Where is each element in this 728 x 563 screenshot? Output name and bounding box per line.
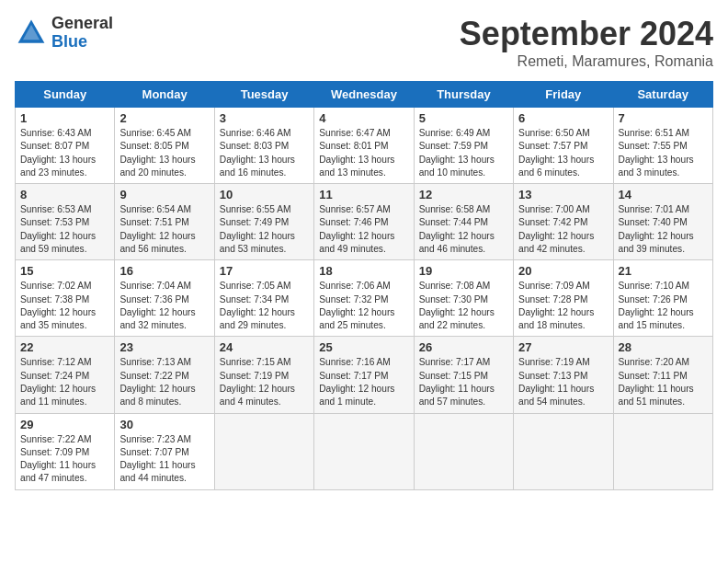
day-info: Sunrise: 7:00 AM Sunset: 7:42 PM Dayligh…	[518, 203, 608, 256]
logo-general-label: General	[51, 15, 113, 33]
day-number: 28	[619, 340, 708, 354]
calendar-cell: 17Sunrise: 7:05 AM Sunset: 7:34 PM Dayli…	[214, 260, 313, 337]
logo-text: General Blue	[51, 15, 113, 52]
title-block: September 2024 Remeti, Maramures, Romani…	[460, 15, 713, 70]
calendar-cell: 20Sunrise: 7:09 AM Sunset: 7:28 PM Dayli…	[514, 260, 613, 337]
day-number: 3	[220, 111, 309, 125]
day-number: 22	[20, 340, 109, 354]
day-number: 16	[119, 264, 209, 278]
calendar-cell: 10Sunrise: 6:55 AM Sunset: 7:49 PM Dayli…	[214, 184, 313, 260]
day-info: Sunrise: 7:05 AM Sunset: 7:34 PM Dayligh…	[220, 280, 309, 332]
day-info: Sunrise: 7:23 AM Sunset: 7:07 PM Dayligh…	[119, 433, 209, 486]
day-info: Sunrise: 6:58 AM Sunset: 7:44 PM Dayligh…	[419, 203, 508, 256]
calendar-cell: 16Sunrise: 7:04 AM Sunset: 7:36 PM Dayli…	[115, 260, 214, 337]
header-saturday: Saturday	[613, 82, 712, 108]
day-info: Sunrise: 6:45 AM Sunset: 8:05 PM Dayligh…	[119, 127, 209, 179]
day-number: 11	[319, 188, 408, 201]
calendar-cell: 5Sunrise: 6:49 AM Sunset: 7:59 PM Daylig…	[414, 108, 513, 184]
day-number: 27	[518, 340, 608, 354]
day-info: Sunrise: 7:16 AM Sunset: 7:17 PM Dayligh…	[319, 356, 408, 408]
calendar-cell-empty	[314, 413, 414, 489]
day-info: Sunrise: 6:43 AM Sunset: 8:07 PM Dayligh…	[20, 127, 109, 179]
calendar-title: September 2024	[460, 15, 713, 53]
day-number: 21	[619, 264, 708, 278]
day-number: 25	[319, 340, 408, 354]
calendar-cell: 18Sunrise: 7:06 AM Sunset: 7:32 PM Dayli…	[314, 260, 414, 337]
header-sunday: Sunday	[16, 82, 115, 108]
calendar-cell: 9Sunrise: 6:54 AM Sunset: 7:51 PM Daylig…	[115, 184, 214, 260]
day-info: Sunrise: 7:22 AM Sunset: 7:09 PM Dayligh…	[20, 433, 109, 486]
day-info: Sunrise: 7:17 AM Sunset: 7:15 PM Dayligh…	[419, 356, 508, 408]
calendar-table: Sunday Monday Tuesday Wednesday Thursday…	[15, 81, 713, 490]
day-info: Sunrise: 7:19 AM Sunset: 7:13 PM Dayligh…	[518, 356, 608, 408]
day-number: 12	[419, 188, 508, 201]
calendar-cell: 12Sunrise: 6:58 AM Sunset: 7:44 PM Dayli…	[414, 184, 513, 260]
day-info: Sunrise: 7:12 AM Sunset: 7:24 PM Dayligh…	[20, 356, 109, 408]
day-number: 18	[319, 264, 408, 278]
day-info: Sunrise: 6:49 AM Sunset: 7:59 PM Dayligh…	[419, 127, 508, 179]
calendar-cell: 7Sunrise: 6:51 AM Sunset: 7:55 PM Daylig…	[613, 108, 712, 184]
day-info: Sunrise: 6:55 AM Sunset: 7:49 PM Dayligh…	[220, 203, 309, 256]
day-info: Sunrise: 7:09 AM Sunset: 7:28 PM Dayligh…	[518, 280, 608, 332]
calendar-cell: 28Sunrise: 7:20 AM Sunset: 7:11 PM Dayli…	[613, 337, 712, 413]
day-info: Sunrise: 7:06 AM Sunset: 7:32 PM Dayligh…	[319, 280, 408, 332]
day-number: 29	[20, 418, 109, 431]
header-tuesday: Tuesday	[214, 82, 313, 108]
day-number: 13	[518, 188, 608, 201]
logo: General Blue	[15, 15, 113, 52]
day-info: Sunrise: 7:04 AM Sunset: 7:36 PM Dayligh…	[119, 280, 209, 332]
calendar-cell-empty	[514, 413, 613, 489]
page-header: General Blue September 2024 Remeti, Mara…	[15, 15, 713, 70]
calendar-cell: 15Sunrise: 7:02 AM Sunset: 7:38 PM Dayli…	[16, 260, 115, 337]
calendar-header-row: Sunday Monday Tuesday Wednesday Thursday…	[16, 82, 713, 108]
calendar-cell: 21Sunrise: 7:10 AM Sunset: 7:26 PM Dayli…	[613, 260, 712, 337]
day-number: 10	[220, 188, 309, 201]
day-number: 30	[119, 418, 209, 431]
day-info: Sunrise: 6:53 AM Sunset: 7:53 PM Dayligh…	[20, 203, 109, 256]
day-number: 9	[119, 188, 209, 201]
day-number: 26	[419, 340, 508, 354]
calendar-row: 15Sunrise: 7:02 AM Sunset: 7:38 PM Dayli…	[16, 260, 713, 337]
day-number: 17	[220, 264, 309, 278]
logo-icon	[15, 17, 48, 50]
day-number: 6	[518, 111, 608, 125]
day-info: Sunrise: 7:15 AM Sunset: 7:19 PM Dayligh…	[220, 356, 309, 408]
calendar-row: 29Sunrise: 7:22 AM Sunset: 7:09 PM Dayli…	[16, 413, 713, 489]
calendar-cell: 3Sunrise: 6:46 AM Sunset: 8:03 PM Daylig…	[214, 108, 313, 184]
day-info: Sunrise: 7:10 AM Sunset: 7:26 PM Dayligh…	[619, 280, 708, 332]
calendar-cell: 29Sunrise: 7:22 AM Sunset: 7:09 PM Dayli…	[16, 413, 115, 489]
calendar-cell-empty	[214, 413, 313, 489]
calendar-row: 8Sunrise: 6:53 AM Sunset: 7:53 PM Daylig…	[16, 184, 713, 260]
day-number: 19	[419, 264, 508, 278]
header-monday: Monday	[115, 82, 214, 108]
day-info: Sunrise: 7:02 AM Sunset: 7:38 PM Dayligh…	[20, 280, 109, 332]
calendar-cell: 1Sunrise: 6:43 AM Sunset: 8:07 PM Daylig…	[16, 108, 115, 184]
day-info: Sunrise: 7:01 AM Sunset: 7:40 PM Dayligh…	[619, 203, 708, 256]
day-number: 14	[619, 188, 708, 201]
calendar-row: 1Sunrise: 6:43 AM Sunset: 8:07 PM Daylig…	[16, 108, 713, 184]
day-info: Sunrise: 6:50 AM Sunset: 7:57 PM Dayligh…	[518, 127, 608, 179]
header-thursday: Thursday	[414, 82, 513, 108]
day-number: 5	[419, 111, 508, 125]
day-info: Sunrise: 6:47 AM Sunset: 8:01 PM Dayligh…	[319, 127, 408, 179]
calendar-cell: 25Sunrise: 7:16 AM Sunset: 7:17 PM Dayli…	[314, 337, 414, 413]
day-number: 8	[20, 188, 109, 201]
logo-blue-label: Blue	[51, 33, 113, 52]
calendar-cell: 6Sunrise: 6:50 AM Sunset: 7:57 PM Daylig…	[514, 108, 613, 184]
day-number: 4	[319, 111, 408, 125]
calendar-cell: 30Sunrise: 7:23 AM Sunset: 7:07 PM Dayli…	[115, 413, 214, 489]
day-info: Sunrise: 7:13 AM Sunset: 7:22 PM Dayligh…	[119, 356, 209, 408]
day-number: 2	[119, 111, 209, 125]
day-number: 15	[20, 264, 109, 278]
calendar-cell: 24Sunrise: 7:15 AM Sunset: 7:19 PM Dayli…	[214, 337, 313, 413]
day-info: Sunrise: 6:57 AM Sunset: 7:46 PM Dayligh…	[319, 203, 408, 256]
calendar-cell: 4Sunrise: 6:47 AM Sunset: 8:01 PM Daylig…	[314, 108, 414, 184]
calendar-cell-empty	[414, 413, 513, 489]
calendar-cell: 14Sunrise: 7:01 AM Sunset: 7:40 PM Dayli…	[613, 184, 712, 260]
calendar-cell: 27Sunrise: 7:19 AM Sunset: 7:13 PM Dayli…	[514, 337, 613, 413]
day-number: 20	[518, 264, 608, 278]
calendar-cell: 22Sunrise: 7:12 AM Sunset: 7:24 PM Dayli…	[16, 337, 115, 413]
calendar-row: 22Sunrise: 7:12 AM Sunset: 7:24 PM Dayli…	[16, 337, 713, 413]
calendar-cell: 8Sunrise: 6:53 AM Sunset: 7:53 PM Daylig…	[16, 184, 115, 260]
calendar-cell: 26Sunrise: 7:17 AM Sunset: 7:15 PM Dayli…	[414, 337, 513, 413]
